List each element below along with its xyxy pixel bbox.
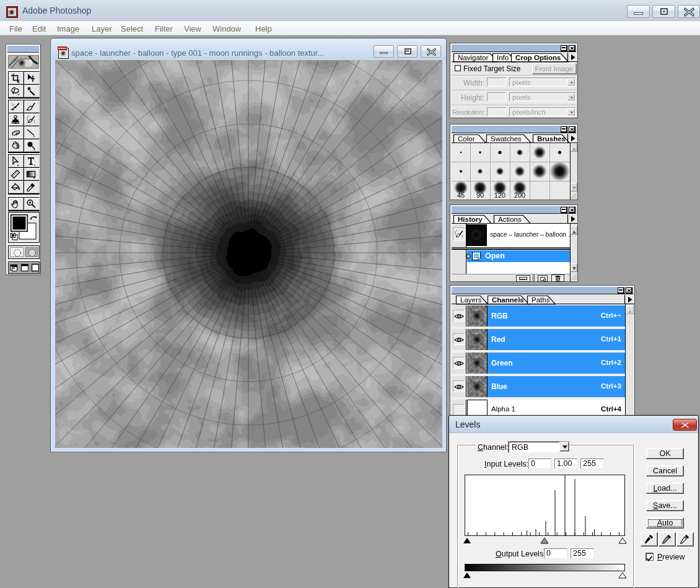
svg-text:200: 200 [514,191,525,199]
svg-text:90: 90 [476,191,484,199]
svg-text:45: 45 [457,191,465,199]
svg-text:120: 120 [494,191,505,199]
